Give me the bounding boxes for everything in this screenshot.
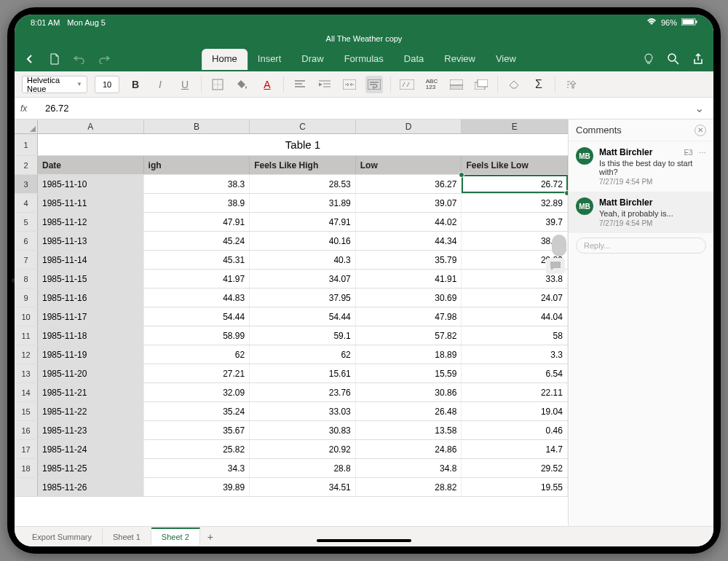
cell[interactable]: 24.07 (462, 289, 568, 307)
cell[interactable]: 30.69 (356, 289, 462, 307)
spreadsheet-grid[interactable]: 1 Table 1 2 Date igh Feels Like High Low… (15, 134, 568, 526)
tab-insert[interactable]: Insert (248, 49, 292, 70)
cell[interactable]: 29.52 (462, 459, 568, 477)
cell[interactable]: 30.86 (356, 383, 462, 401)
cell[interactable]: 15.61 (250, 364, 356, 382)
cell[interactable]: 62 (250, 345, 356, 364)
insert-cells-button[interactable] (472, 76, 490, 93)
cell[interactable]: 58.99 (144, 326, 250, 345)
cell[interactable]: 1985-11-13 (38, 232, 144, 250)
cell[interactable]: 1985-11-16 (38, 289, 144, 307)
cell[interactable]: 44.02 (356, 213, 462, 231)
cell[interactable]: 38.9 (144, 194, 250, 212)
font-name-select[interactable]: Helvetica Neue▼ (22, 76, 87, 93)
tab-formulas[interactable]: Formulas (334, 49, 394, 70)
cell[interactable]: 44.34 (356, 232, 462, 250)
row-header[interactable]: 15 (15, 402, 38, 420)
cell[interactable]: 54.44 (144, 307, 250, 326)
cell[interactable]: 25.82 (144, 440, 250, 458)
cell[interactable]: 1985-11-15 (38, 270, 144, 288)
row-header[interactable]: 4 (15, 194, 38, 212)
comment-indicator-icon[interactable] (546, 258, 565, 274)
cell[interactable]: 39.89 (144, 478, 250, 496)
cell[interactable]: 47.91 (250, 213, 356, 231)
cell[interactable]: 34.51 (250, 478, 356, 496)
header-cell[interactable]: Feels Like Low (462, 156, 568, 174)
sheet-tab[interactable]: Sheet 1 (103, 529, 151, 545)
cell[interactable]: 23.76 (250, 383, 356, 401)
cell[interactable]: 1985-11-25 (38, 459, 144, 477)
row-header[interactable]: 2 (15, 156, 38, 174)
cell[interactable]: 35.67 (144, 421, 250, 439)
row-header[interactable]: 11 (15, 326, 38, 345)
header-cell[interactable]: Date (38, 156, 144, 174)
cell[interactable]: 20.92 (250, 440, 356, 458)
cell[interactable]: 1985-11-11 (38, 194, 144, 212)
row-header[interactable]: 13 (15, 364, 38, 382)
cell[interactable]: 37.95 (250, 289, 356, 307)
close-comments-button[interactable]: ✕ (695, 125, 706, 136)
font-size-select[interactable]: 10 (95, 76, 119, 93)
tab-home[interactable]: Home (202, 49, 248, 70)
select-all-corner[interactable] (15, 119, 38, 133)
home-indicator[interactable] (317, 539, 411, 542)
row-header[interactable] (15, 478, 38, 496)
cell[interactable]: 1985-11-14 (38, 251, 144, 269)
cell[interactable]: 0.46 (462, 421, 568, 439)
cell-styles-button[interactable] (448, 76, 465, 93)
redo-button[interactable] (98, 52, 111, 66)
sheet-tab[interactable]: Sheet 2 (151, 527, 200, 545)
cell[interactable]: 19.04 (462, 402, 568, 420)
cell[interactable]: 31.89 (250, 194, 356, 212)
row-header[interactable]: 6 (15, 232, 38, 250)
cell[interactable]: 6.54 (462, 364, 568, 382)
header-cell[interactable]: Feels Like High (250, 156, 356, 174)
add-sheet-button[interactable]: + (200, 531, 221, 543)
cell[interactable]: 28.82 (356, 478, 462, 496)
tab-view[interactable]: View (486, 49, 526, 70)
cell[interactable]: 58 (462, 326, 568, 345)
comment-item[interactable]: MB Matt Birchler Yeah, it probably is...… (569, 192, 713, 233)
cell[interactable]: 1985-11-12 (38, 213, 144, 231)
row-header[interactable]: 5 (15, 213, 38, 231)
cell[interactable]: 32.89 (462, 194, 568, 212)
row-header[interactable]: 3 (15, 175, 38, 193)
cell[interactable]: 27.21 (144, 364, 250, 382)
cell[interactable]: 19.55 (462, 478, 568, 496)
file-button[interactable] (48, 52, 61, 66)
cell[interactable]: 26.72 (462, 175, 568, 193)
tab-draw[interactable]: Draw (291, 49, 333, 70)
cell[interactable]: 57.82 (356, 326, 462, 345)
cell[interactable]: 45.31 (144, 251, 250, 269)
undo-button[interactable] (73, 52, 86, 66)
number-format-button[interactable] (398, 76, 416, 93)
col-header-A[interactable]: A (38, 119, 144, 133)
share-icon[interactable] (692, 52, 705, 66)
cell[interactable]: 41.91 (356, 270, 462, 288)
col-header-B[interactable]: B (144, 119, 250, 133)
cell[interactable]: 54.44 (250, 307, 356, 326)
cell[interactable]: 59.1 (250, 326, 356, 345)
comment-item[interactable]: MB Matt BirchlerE3 ⋯ Is this the best da… (569, 141, 713, 192)
cell[interactable]: 41.97 (144, 270, 250, 288)
cell[interactable]: 47.91 (144, 213, 250, 231)
sheet-tab[interactable]: Export Summary (22, 529, 103, 545)
cell[interactable]: 39.7 (462, 213, 568, 231)
cell[interactable]: 24.86 (356, 440, 462, 458)
cell[interactable]: 13.58 (356, 421, 462, 439)
col-header-C[interactable]: C (250, 119, 356, 133)
row-header[interactable]: 12 (15, 345, 38, 364)
bold-button[interactable]: B (127, 76, 144, 93)
reply-input[interactable]: Reply... (576, 238, 706, 254)
tab-data[interactable]: Data (394, 49, 434, 70)
col-header-D[interactable]: D (356, 119, 462, 133)
cell[interactable]: 3.3 (462, 345, 568, 364)
cell[interactable]: 34.07 (250, 270, 356, 288)
row-header[interactable]: 8 (15, 270, 38, 288)
col-header-E[interactable]: E (462, 119, 568, 133)
cell[interactable]: 39.07 (356, 194, 462, 212)
cell[interactable]: 34.8 (356, 459, 462, 477)
scroll-thumb[interactable] (552, 235, 566, 256)
row-header[interactable]: 7 (15, 251, 38, 269)
cell[interactable]: 45.24 (144, 232, 250, 250)
